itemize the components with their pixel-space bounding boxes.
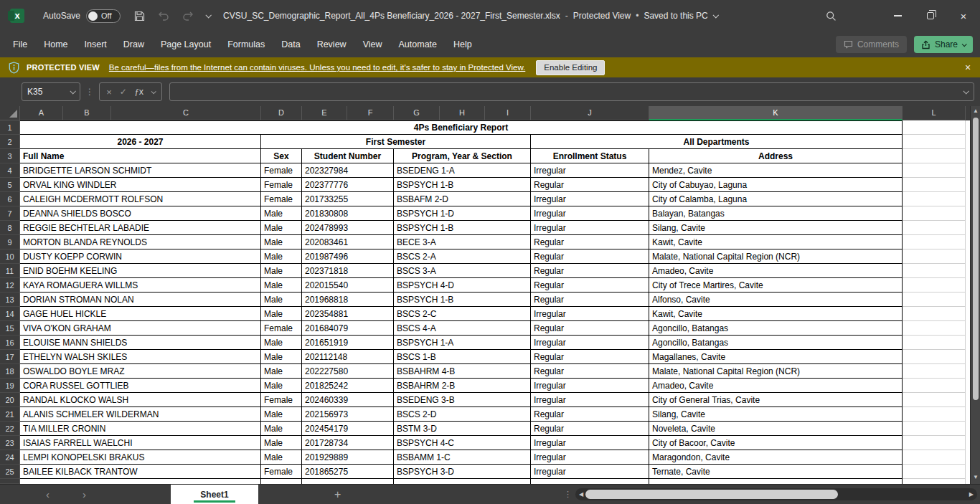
cell-sex[interactable]: Male (261, 293, 302, 307)
cell-sex[interactable]: Male (261, 278, 302, 293)
name-box-chevron-icon[interactable] (70, 88, 75, 94)
ribbon-tab-automate[interactable]: Automate (399, 39, 438, 49)
cell-sex[interactable]: Male (261, 336, 302, 350)
header-sex[interactable]: Sex (261, 149, 302, 163)
row-header-10[interactable]: 10 (0, 249, 20, 264)
prev-sheet-icon[interactable]: ‹ (46, 489, 50, 500)
header-student-number[interactable]: Student Number (302, 149, 394, 163)
ribbon-tab-view[interactable]: View (363, 39, 382, 49)
saved-status[interactable]: Saved to this PC (644, 11, 707, 21)
cell-student-number[interactable]: 202156973 (302, 407, 394, 422)
cell-program[interactable]: BSCS 2-A (394, 249, 531, 264)
row-header-11[interactable]: 11 (0, 264, 20, 278)
cell-full-name[interactable]: DEANNA SHIELDS BOSCO (20, 206, 261, 221)
ribbon-tab-data[interactable]: Data (281, 39, 300, 49)
cell-student-number[interactable]: 201987496 (302, 249, 394, 264)
cell-full-name[interactable]: GAGE HUEL HICKLE (20, 307, 261, 321)
scroll-up-arrow-icon[interactable]: ▲ (971, 108, 980, 114)
cell-full-name[interactable]: RANDAL KLOCKO WALSH (20, 393, 261, 407)
cell-sex[interactable]: Male (261, 235, 302, 249)
ribbon-tab-help[interactable]: Help (453, 39, 472, 49)
cell-enrollment-status[interactable]: Regular (531, 178, 649, 192)
ribbon-tab-insert[interactable]: Insert (85, 39, 107, 49)
saved-status-chevron-icon[interactable] (712, 12, 718, 18)
fx-chevron-icon[interactable] (151, 89, 156, 94)
cell-student-number[interactable]: 201929889 (302, 450, 394, 465)
cell-sex[interactable]: Female (261, 321, 302, 336)
cell-sex[interactable]: Male (261, 307, 302, 321)
cell-address[interactable]: Ternate, Cavite (649, 465, 903, 479)
empty-cell[interactable] (903, 479, 966, 484)
empty-cell[interactable] (903, 393, 966, 407)
cell-enrollment-status[interactable]: Regular (531, 364, 649, 379)
row-header-22[interactable]: 22 (0, 422, 20, 436)
cell-student-number[interactable]: 201830808 (302, 206, 394, 221)
ribbon-tab-formulas[interactable]: Formulas (227, 39, 265, 49)
scroll-left-arrow-icon[interactable]: ◀ (579, 491, 583, 498)
cell-student-number[interactable]: 201968818 (302, 293, 394, 307)
column-header-J[interactable]: J (531, 106, 649, 120)
report-title-cell[interactable]: 4Ps Beneficiary Report (20, 120, 903, 135)
empty-cell[interactable] (903, 192, 966, 206)
cell-student-number[interactable]: 201865275 (302, 465, 394, 479)
cell-address[interactable]: Magallanes, Cavite (649, 350, 903, 364)
comments-button[interactable]: Comments (836, 36, 907, 53)
empty-cell[interactable] (903, 264, 966, 278)
restore-button[interactable] (914, 0, 947, 32)
cell-full-name[interactable]: CORA RUSSEL GOTTLIEB (20, 379, 261, 393)
cell-sex[interactable]: Male (261, 422, 302, 436)
column-header-D[interactable]: D (261, 106, 302, 120)
cell-full-name[interactable]: ETHELYN WALSH SKILES (20, 350, 261, 364)
empty-cell[interactable] (261, 479, 302, 484)
cell-program[interactable]: BSBAMM 1-C (394, 450, 531, 465)
empty-cell[interactable] (903, 163, 966, 178)
school-year-cell[interactable]: 2026 - 2027 (20, 135, 261, 149)
cell-full-name[interactable]: BRIDGETTE LARSON SCHMIDT (20, 163, 261, 178)
header-enrollment-status[interactable]: Enrollment Status (531, 149, 649, 163)
ribbon-tab-review[interactable]: Review (317, 39, 347, 49)
cell-sex[interactable]: Male (261, 206, 302, 221)
horizontal-scrollbar[interactable]: ◀ ▶ (575, 488, 977, 500)
row-header-25[interactable]: 25 (0, 465, 20, 479)
cell-student-number[interactable]: 202112148 (302, 350, 394, 364)
excel-app-icon[interactable] (10, 9, 24, 23)
row-header-15[interactable]: 15 (0, 321, 20, 336)
horizontal-scroll-thumb[interactable] (585, 490, 838, 499)
cell-student-number[interactable]: 202460339 (302, 393, 394, 407)
cell-address[interactable]: Silang, Cavite (649, 221, 903, 235)
cell-program[interactable]: BSCS 3-A (394, 264, 531, 278)
cell-enrollment-status[interactable]: Regular (531, 264, 649, 278)
ribbon-tab-page-layout[interactable]: Page Layout (161, 39, 211, 49)
cell-full-name[interactable]: ENID BOEHM KEELING (20, 264, 261, 278)
cell-full-name[interactable]: OSWALDO BOYLE MRAZ (20, 364, 261, 379)
empty-cell[interactable] (903, 350, 966, 364)
cell-address[interactable]: City of Calamba, Laguna (649, 192, 903, 206)
autosave-toggle[interactable]: Off (86, 9, 121, 23)
column-header-F[interactable]: F (347, 106, 394, 120)
cell-student-number[interactable]: 202083461 (302, 235, 394, 249)
row-header-3[interactable]: 3 (0, 149, 20, 163)
cell-address[interactable]: Silang, Cavite (649, 407, 903, 422)
cell-full-name[interactable]: BAILEE KILBACK TRANTOW (20, 465, 261, 479)
cell-enrollment-status[interactable]: Irregular (531, 436, 649, 450)
cell-enrollment-status[interactable]: Irregular (531, 221, 649, 235)
header-full-name[interactable]: Full Name (20, 149, 261, 163)
row-header-17[interactable]: 17 (0, 350, 20, 364)
cell-sex[interactable]: Male (261, 450, 302, 465)
cell-enrollment-status[interactable]: Regular (531, 293, 649, 307)
cell-full-name[interactable]: ELOUISE MANN SHIELDS (20, 336, 261, 350)
add-sheet-icon[interactable]: + (334, 488, 341, 501)
row-header-8[interactable]: 8 (0, 221, 20, 235)
row-header-18[interactable]: 18 (0, 364, 20, 379)
cancel-icon[interactable]: × (106, 87, 112, 98)
ribbon-tab-file[interactable]: File (13, 39, 27, 49)
cell-enrollment-status[interactable]: Regular (531, 422, 649, 436)
vertical-scroll-thumb[interactable] (973, 118, 979, 400)
cell-enrollment-status[interactable]: Regular (531, 278, 649, 293)
empty-cell[interactable] (903, 450, 966, 465)
row-header-20[interactable]: 20 (0, 393, 20, 407)
row-header-9[interactable]: 9 (0, 235, 20, 249)
empty-cell[interactable] (903, 249, 966, 264)
cell-program[interactable]: BSPSYCH 4-C (394, 436, 531, 450)
insert-function-icon[interactable]: ƒx (134, 87, 143, 98)
